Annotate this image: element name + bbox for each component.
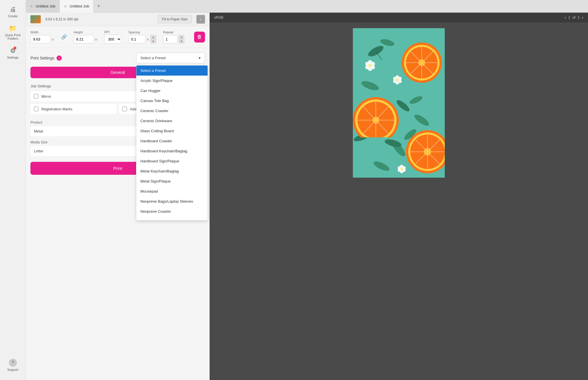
dpi-group: DPI 300 150 72 <box>104 30 121 44</box>
sidebar-item-support[interactable]: ? Support <box>1 356 24 374</box>
preview-image <box>353 28 445 178</box>
sidebar-item-support-label: Support <box>7 368 18 371</box>
height-unit: in <box>95 38 98 41</box>
add-bleed-checkbox[interactable] <box>122 107 127 111</box>
preview-nav: ‹ 1 of 1 › <box>564 15 583 20</box>
delete-button[interactable]: 🗑 <box>194 32 205 43</box>
preset-option-11[interactable]: Metal Sign/Plaque <box>136 176 208 186</box>
registration-marks-label: Registration Marks <box>41 107 72 111</box>
next-page-button[interactable]: › <box>582 15 583 20</box>
sidebar-item-quickprint-label: Quick Print Folders <box>3 33 23 40</box>
svg-point-20 <box>418 59 425 66</box>
folder-icon: 📁 <box>9 25 17 32</box>
preset-option-0[interactable]: Select a Preset <box>136 66 208 76</box>
print-settings-section: Print Settings i Select a Preset ▾ Selec… <box>26 48 210 179</box>
repeat-down-button[interactable]: ▼ <box>179 39 184 43</box>
svg-point-62 <box>400 168 403 170</box>
svg-point-27 <box>368 64 372 67</box>
repeat-up-button[interactable]: ▲ <box>179 35 184 39</box>
preset-option-12[interactable]: Mousepad <box>136 186 208 196</box>
preset-option-14[interactable]: Neoprene Coaster <box>136 206 208 216</box>
page-total: 1 <box>578 16 580 20</box>
preset-option-2[interactable]: Can Hugger <box>136 86 208 96</box>
printer-icon: 🖨 <box>10 6 16 13</box>
repeat-spinner: ▲ ▼ <box>179 35 184 43</box>
svg-point-51 <box>424 148 431 156</box>
trash-icon: 🗑 <box>197 34 202 40</box>
spacing-down-button[interactable]: ▼ <box>150 39 156 43</box>
preset-option-15[interactable]: Polyester T-Shirts <box>136 216 208 220</box>
svg-point-43 <box>372 117 379 124</box>
tab-add-icon: + <box>97 3 100 9</box>
repeat-group: Repeat ▲ ▼ <box>163 30 184 43</box>
page-of: of <box>572 16 575 20</box>
preset-select-label: Select a Preset <box>140 56 166 60</box>
registration-marks-checkbox[interactable] <box>34 107 38 111</box>
preset-option-7[interactable]: Hardboard Coaster <box>136 136 208 146</box>
height-input[interactable] <box>74 35 94 43</box>
spacing-unit: in <box>147 38 149 41</box>
dpi-select[interactable]: 300 150 72 <box>104 35 121 44</box>
preset-dropdown-container: Select a Preset ▾ Select a Preset Acryli… <box>136 53 205 63</box>
chevron-right-icon: › <box>200 17 202 22</box>
fit-to-paper-button[interactable]: Fit to Paper Size <box>158 15 192 23</box>
tab-2[interactable]: × Untitled Job <box>60 0 94 13</box>
image-size-info: 9.63 x 8.21 in 300 dpi <box>45 17 78 21</box>
tab-bar: × Untitled Job × Untitled Job + <box>26 0 588 13</box>
print-settings-title: Print Settings <box>30 56 54 60</box>
settings-badge <box>13 47 16 49</box>
preset-select-button[interactable]: Select a Preset ▾ <box>136 53 205 63</box>
mirror-label: Mirror <box>41 94 51 99</box>
preview-canvas <box>210 22 588 380</box>
color-profile-label: sRGB <box>214 16 223 20</box>
preset-option-5[interactable]: Ceramic Drinkware <box>136 116 208 126</box>
preset-option-3[interactable]: Canvas Tote Bag <box>136 96 208 106</box>
preset-option-13[interactable]: Neoprene Bags/Laptop Sleeves <box>136 196 208 206</box>
sidebar: 🖨 Create 📁 Quick Print Folders ⚙ Setting… <box>0 0 26 380</box>
sidebar-item-settings-label: Settings <box>7 56 19 59</box>
tab-2-label: Untitled Job <box>69 4 89 8</box>
print-settings-header: Print Settings i Select a Preset ▾ Selec… <box>30 53 205 63</box>
repeat-label: Repeat <box>163 30 184 34</box>
question-icon: ? <box>9 359 17 367</box>
mirror-checkbox[interactable] <box>34 94 38 99</box>
tab-add-button[interactable]: + <box>94 0 104 13</box>
image-thumbnail <box>30 15 41 23</box>
preset-option-1[interactable]: Acrylic Sign/Plaque <box>136 76 208 86</box>
page-current: 1 <box>568 16 570 20</box>
scroll-right-button[interactable]: › <box>196 15 205 24</box>
gear-icon: ⚙ <box>10 47 16 55</box>
content-area: 9.63 x 8.21 in 300 dpi Fit to Paper Size… <box>26 13 588 380</box>
repeat-input[interactable] <box>163 35 177 43</box>
main-content: × Untitled Job × Untitled Job + 9.63 x 8… <box>26 0 588 380</box>
tab-1-close[interactable]: × <box>30 3 33 9</box>
settings-panel: 9.63 x 8.21 in 300 dpi Fit to Paper Size… <box>26 13 210 380</box>
preset-option-9[interactable]: Hardboard Sign/Plaque <box>136 156 208 166</box>
preset-option-6[interactable]: Glass Cutting Board <box>136 126 208 136</box>
sidebar-item-create-label: Create <box>8 14 18 18</box>
preview-svg <box>353 28 445 178</box>
spacing-up-button[interactable]: ▲ <box>150 35 156 39</box>
preset-dropdown-list: Select a Preset Acrylic Sign/Plaque Can … <box>136 65 208 220</box>
spacing-group: Spacing in ▲ ▼ <box>128 30 156 43</box>
registration-marks-row: Registration Marks <box>30 104 117 114</box>
sidebar-item-create[interactable]: 🖨 Create <box>1 3 24 21</box>
height-label: Height <box>74 30 98 34</box>
dimension-controls: Width in 🔗 Height in DPI <box>26 26 210 48</box>
prev-page-button[interactable]: ‹ <box>564 15 566 20</box>
preset-option-10[interactable]: Metal Keychain/Bagtag <box>136 166 208 176</box>
preset-option-8[interactable]: Hardboard Keychain/Bagtag <box>136 146 208 156</box>
sidebar-item-quickprint[interactable]: 📁 Quick Print Folders <box>1 22 24 43</box>
svg-point-34 <box>396 78 399 81</box>
preview-panel: sRGB ‹ 1 of 1 › <box>210 13 588 380</box>
link-dimensions-icon[interactable]: 🔗 <box>61 34 67 40</box>
sidebar-item-settings[interactable]: ⚙ Settings <box>1 44 24 62</box>
chevron-down-icon: ▾ <box>199 56 201 60</box>
width-unit: in <box>52 38 54 41</box>
tab-1[interactable]: × Untitled Job <box>26 0 60 13</box>
preview-toolbar: sRGB ‹ 1 of 1 › <box>210 13 588 22</box>
width-input[interactable] <box>30 35 51 43</box>
spacing-input[interactable] <box>128 35 146 43</box>
preset-option-4[interactable]: Ceramic Coaster <box>136 106 208 116</box>
tab-2-close[interactable]: × <box>64 3 67 9</box>
